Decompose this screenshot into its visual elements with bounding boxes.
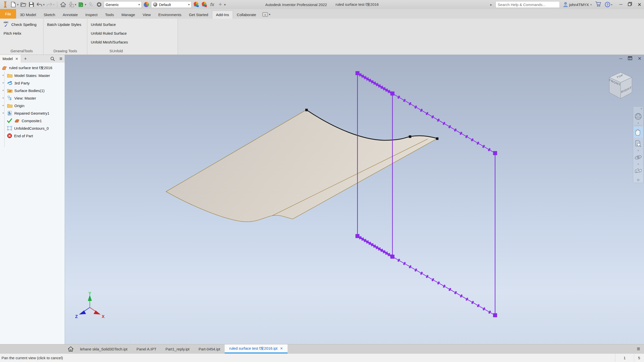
doc-tab-panel-a[interactable]: Panel A.IPT	[132, 344, 161, 353]
browser-add-tab-button[interactable]: +	[21, 56, 30, 62]
save-button[interactable]	[28, 1, 35, 8]
browser-menu-icon[interactable]: ≡	[57, 56, 65, 62]
appearance-combobox[interactable]: Default ▾	[151, 1, 191, 8]
redo-dropdown[interactable]: ▾	[53, 3, 55, 6]
look-at-tool-button[interactable]	[633, 165, 643, 176]
user-account[interactable]: john4TMYX ▾	[563, 2, 592, 7]
doc-minimize-button[interactable]: ─	[619, 56, 622, 61]
tab-add-ins[interactable]: Add-Ins	[212, 11, 233, 19]
selected-sketch-geometry[interactable]	[355, 71, 497, 317]
tab-annotate[interactable]: Annotate	[59, 11, 82, 19]
material-combobox[interactable]: Generic▾	[104, 1, 142, 8]
zoom-tool-button[interactable]	[633, 138, 643, 149]
tree-item-model-states[interactable]: + Model States: Master	[0, 72, 65, 79]
doc-tab-overflow-menu-icon[interactable]: ≡	[633, 344, 644, 353]
pan-tool-button[interactable]	[633, 127, 643, 138]
tree-item-repaired-geometry[interactable]: + Repaired Geometry1	[0, 109, 65, 117]
panel-label-drawing-tools[interactable]: Drawing Tools	[44, 47, 87, 55]
redo-button[interactable]	[46, 1, 53, 8]
undo-dropdown[interactable]: ▾	[43, 3, 45, 6]
search-input[interactable]	[496, 1, 560, 8]
close-button[interactable]: ✕	[637, 2, 641, 8]
tree-item-composite1[interactable]: Composite1	[0, 117, 65, 124]
doc-tab-ruled-surface-test[interactable]: ruled surface test f发2016.ipt✕	[225, 344, 288, 353]
spline-midpoint[interactable]	[409, 135, 411, 138]
tab-collaborate[interactable]: Collaborate	[233, 11, 260, 19]
orbit-dropdown-icon[interactable]: ▾	[638, 163, 639, 165]
tab-view[interactable]: View	[139, 11, 154, 19]
new-file-button[interactable]	[10, 1, 17, 8]
tab-manage[interactable]: Manage	[118, 11, 139, 19]
browser-tab-close-icon[interactable]: ✕	[15, 57, 18, 61]
doc-tab-part1-reply[interactable]: Part1_reply.ipt	[161, 344, 194, 353]
sketch-vertex-handle[interactable]	[355, 71, 359, 75]
browser-tab-model[interactable]: Model✕	[0, 55, 21, 63]
material-box-button[interactable]	[78, 1, 84, 8]
tree-item-3rd-party[interactable]: + 3rd Party	[0, 79, 65, 87]
panel-label-generaltools[interactable]: GeneralTools	[0, 47, 43, 55]
ruled-surface-body[interactable]	[166, 110, 437, 222]
tab-sketch[interactable]: Sketch	[40, 11, 59, 19]
store-cart-button[interactable]	[595, 1, 601, 8]
unfold-mesh-surfaces-button[interactable]: Unfold Mesh/Surfaces	[87, 38, 178, 47]
material-box-dropdown[interactable]: ▾	[85, 3, 86, 6]
adjust-appearance-button[interactable]	[193, 1, 199, 8]
tree-item-end-of-part[interactable]: End of Part	[0, 132, 65, 140]
viewcube[interactable]: TOP FRONT RIGHT	[607, 70, 634, 102]
tab-3d-model[interactable]: 3D Model	[16, 11, 40, 19]
sketch-vertex-handle[interactable]	[493, 151, 497, 155]
sketch-template-button[interactable]	[68, 1, 74, 8]
tree-item-view-master[interactable]: + View: Master	[0, 94, 65, 102]
toolbar-options-dropdown[interactable]: ▾	[224, 3, 226, 7]
help-button[interactable]: ? ▾	[605, 2, 612, 7]
browser-search-icon[interactable]	[48, 57, 57, 61]
ribbon-display-options-button[interactable]: ▴▾	[262, 12, 270, 19]
doc-restore-button[interactable]	[628, 56, 632, 61]
tree-item-root[interactable]: ruled surface test f发2016	[0, 64, 65, 72]
doc-tab-part-0454[interactable]: Part-0454.ipt	[194, 344, 225, 353]
tab-file[interactable]: File	[0, 9, 16, 19]
pitch-helix-button[interactable]: Pitch Helix	[0, 29, 43, 38]
new-file-dropdown[interactable]: ▾	[17, 3, 19, 6]
spline-endpoint[interactable]	[436, 138, 438, 140]
tab-tools[interactable]: Tools	[101, 11, 118, 19]
unfold-surface-button[interactable]: Unfold Surface	[87, 20, 178, 29]
link-button[interactable]	[88, 1, 94, 8]
minimize-button[interactable]: ─	[619, 2, 622, 7]
steering-wheel-dropdown-icon[interactable]: ▾	[638, 122, 639, 124]
sketch-vertex-handle[interactable]	[355, 234, 359, 238]
open-button[interactable]	[20, 1, 27, 8]
navbar-minimize-icon[interactable]: ⊖	[637, 178, 640, 182]
navbar-close-icon[interactable]: ✕	[640, 107, 642, 110]
spline-endpoint[interactable]	[305, 109, 308, 111]
panel-label-sunfold[interactable]: SUnfold	[87, 47, 178, 55]
restore-button[interactable]	[628, 2, 632, 7]
color-wheel-icon[interactable]	[143, 1, 150, 8]
render-wheel-icon[interactable]	[96, 1, 102, 8]
home-tab-button[interactable]	[66, 344, 75, 353]
doc-close-button[interactable]: ✕	[638, 56, 641, 61]
sketch-vertex-handle[interactable]	[493, 313, 497, 317]
parameters-fx-button[interactable]: fx	[209, 1, 216, 8]
steering-wheel-button[interactable]	[633, 111, 643, 122]
help-dropdown-icon[interactable]: ▾	[611, 3, 612, 6]
clear-appearance-button[interactable]	[201, 1, 208, 8]
undo-button[interactable]	[36, 1, 43, 8]
doc-tab-close-icon[interactable]: ✕	[280, 346, 283, 350]
tree-item-unfoldedcontours[interactable]: UnfoldedContours_0	[0, 124, 65, 132]
tab-environments[interactable]: Environments	[154, 11, 185, 19]
home-view-button[interactable]	[60, 1, 66, 8]
tab-inspect[interactable]: Inspect	[82, 11, 101, 19]
sketch-template-dropdown[interactable]: ▾	[75, 3, 76, 6]
tree-item-surface-bodies[interactable]: + Surface Bodies(1)	[0, 87, 65, 94]
zoom-dropdown-icon[interactable]: ▾	[638, 150, 639, 151]
graphics-viewport[interactable]: ─ ✕ TOP FRONT RIGHT ✕ ▾	[65, 55, 644, 344]
user-dropdown-icon[interactable]: ▾	[590, 3, 592, 6]
check-spelling-button[interactable]: ABC✓ Check Spelling	[0, 20, 43, 29]
orbit-tool-button[interactable]	[633, 152, 643, 163]
tab-get-started[interactable]: Get Started	[185, 11, 212, 19]
sketch-vertex-handle[interactable]	[390, 255, 394, 259]
batch-update-styles-button[interactable]: Batch Update Styles	[44, 20, 87, 29]
search-expand-arrow-icon[interactable]: ▸	[490, 3, 492, 7]
doc-tab-lehane[interactable]: lehane skla_Solid3DTech.ipt	[75, 344, 132, 353]
